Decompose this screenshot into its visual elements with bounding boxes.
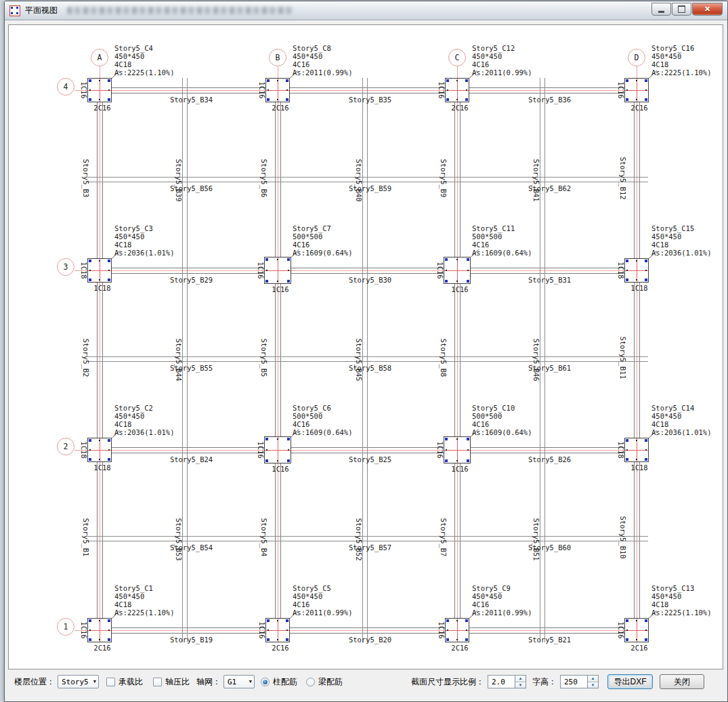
column-bottom-rebar-label: 1C18 [624,463,654,472]
rebar-mid-mark [286,89,288,91]
section-scale-spinner[interactable]: 2.0 ▲ ▼ [488,675,526,688]
spinner-arrows[interactable]: ▲ ▼ [588,675,599,688]
chevron-down-icon: ▼ [90,679,96,684]
column-side-rebar-label: 1C16 [616,72,624,109]
rebar-corner-mark [89,458,91,461]
column-annotation: Story5_C1 450*450 4C18 As:2225(1.10%) [114,584,175,617]
beam-edge-line [87,541,648,541]
grid-axis-line [637,66,637,642]
rebar-corner-mark [645,439,647,442]
rebar-corner-mark [267,619,270,622]
rebar-mid-mark [447,629,448,631]
rebar-corner-mark [89,278,91,281]
beam-edge-line [87,627,648,628]
beam-edge-line [87,273,648,274]
grid-axis-line [74,270,648,271]
spin-down-icon[interactable]: ▼ [588,682,598,688]
spinner-arrows[interactable]: ▲ ▼ [515,675,526,688]
rebar-mid-mark [99,279,100,281]
column-rebar-label: 柱配筋 [273,676,297,688]
bottom-toolbar: 楼层位置： Story5 ▼ 承载比 轴压比 轴网： G1 ▼ 柱配筋 梁配筋 … [8,671,722,693]
rebar-corner-mark [267,79,270,82]
column-annotation: Story5_C14 450*450 4C18 As:2036(1.01%) [651,404,712,436]
beam-rebar-radio[interactable] [306,678,315,686]
rebar-mid-mark [286,629,288,631]
rebar-mid-mark [456,639,458,640]
column-side-rebar-label: 1C16 [79,72,87,109]
maximize-button[interactable] [672,3,691,16]
column-side-rebar-label: 1C16 [437,72,445,109]
text-height-value[interactable]: 250 [560,675,588,688]
grid-select[interactable]: G1 ▼ [223,675,255,688]
beam-edge-line [87,268,648,268]
column-side-rebar-label: 1C18 [79,252,87,289]
rebar-corner-mark [108,638,110,641]
column-bottom-rebar-label: 1C18 [624,284,654,292]
close-button[interactable]: ✕ [692,3,723,16]
axial-ratio-checkbox[interactable] [153,678,162,686]
spin-up-icon[interactable]: ▲ [515,676,526,682]
rebar-mid-mark [288,270,289,271]
rebar-mid-mark [466,89,467,91]
beam-edge-line [367,78,368,642]
rebar-corner-mark [467,438,469,440]
column-axis-cross [278,257,278,283]
column-bottom-rebar-label: 1C16 [445,465,475,473]
rebar-corner-mark [108,439,110,442]
rebar-mid-mark [626,629,628,631]
beam-label: Story5_B1 [82,500,90,575]
rebar-corner-mark [465,79,468,82]
beam-label: Story5_B20 [333,636,408,644]
beam-label: Story5_B2 [82,321,90,395]
rebar-mid-mark [446,270,447,271]
rebar-corner-mark [626,278,628,281]
rebar-mid-mark [89,449,91,451]
beam-edge-line [87,536,648,537]
minimize-button[interactable] [651,3,671,16]
titlebar[interactable]: 平面视图 ✕ [5,1,727,20]
text-height-spinner[interactable]: 250 ▲ ▼ [560,675,599,688]
column-bottom-rebar-label: 2C16 [624,104,654,112]
rebar-mid-mark [108,449,110,451]
column-annotation: Story5_C15 450*450 4C18 As:2036(1.01%) [651,224,712,257]
beam-label: Story5_B44 [175,323,183,397]
spin-down-icon[interactable]: ▼ [515,682,526,688]
column-bottom-rebar-label: 2C16 [87,104,117,112]
column-axis-cross [457,437,458,463]
column-annotation: Story5_C11 500*500 4C16 As:1609(0.64%) [472,224,532,257]
beam-edge-line [87,177,648,178]
rebar-corner-mark [465,638,468,641]
rebar-mid-mark [89,629,91,631]
rebar-corner-mark [467,459,469,462]
rebar-mid-mark [99,639,100,640]
close-view-button[interactable]: 关闭 [660,674,704,689]
column-annotation: Story5_C2 450*450 4C18 As:2036(1.01%) [114,404,175,436]
bearing-ratio-checkbox[interactable] [106,678,115,686]
column-axis-cross [457,257,458,283]
drawing-canvas[interactable]: ABCD4321Story5_C4 450*450 4C18 As:2225(1… [8,24,723,669]
column-side-rebar-label: 1C18 [616,432,624,469]
rebar-mid-mark [636,440,637,441]
column-rebar-radio[interactable] [261,678,270,686]
beam-edge-line [87,87,648,88]
beam-label: Story5_B10 [619,500,627,575]
column-axis-cross [100,79,100,102]
rebar-mid-mark [108,629,110,631]
beam-edge-line [87,361,648,362]
spin-up-icon[interactable]: ▲ [588,676,598,682]
column-annotation: Story5_C4 450*450 4C18 As:2225(1.10%) [114,44,175,77]
rebar-corner-mark [445,438,448,440]
rebar-mid-mark [277,639,278,640]
rebar-corner-mark [645,79,647,82]
column-bottom-rebar-label: 2C16 [445,644,475,652]
section-scale-value[interactable]: 2.0 [488,675,515,688]
beam-label: Story5_B61 [513,364,587,372]
beam-label: Story5_B31 [513,276,587,284]
rebar-corner-mark [626,638,628,641]
column-axis-cross [637,438,637,461]
rebar-mid-mark [446,449,447,451]
export-dxf-button[interactable]: 导出DXF [607,674,653,689]
floor-select[interactable]: Story5 ▼ [58,675,99,688]
rebar-corner-mark [267,638,270,641]
rebar-mid-mark [636,639,637,640]
